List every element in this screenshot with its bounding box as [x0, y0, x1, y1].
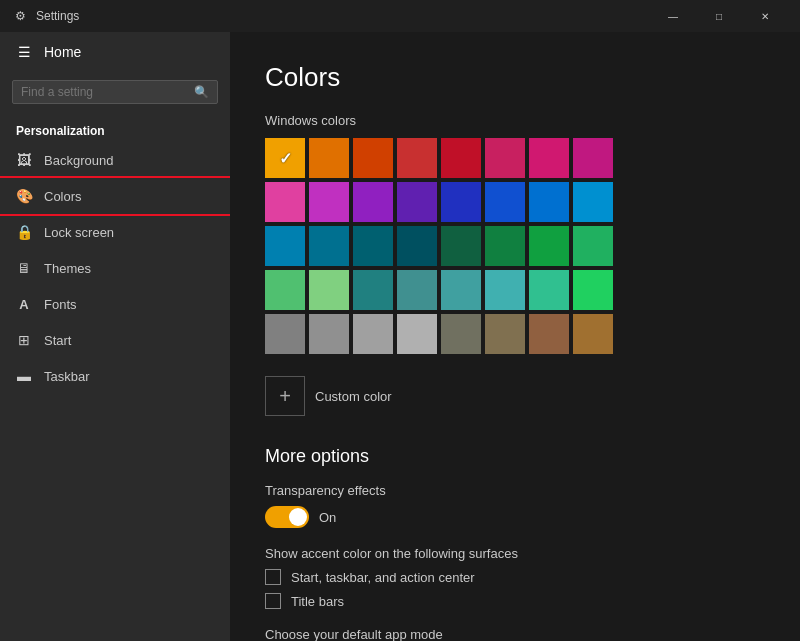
- home-icon: ☰: [16, 44, 32, 60]
- page-title: Colors: [265, 62, 765, 93]
- title-bar: ⚙ Settings — □ ✕: [0, 0, 800, 32]
- close-button[interactable]: ✕: [742, 0, 788, 32]
- sidebar-item-label: Start: [44, 333, 71, 348]
- sidebar-item-label: Lock screen: [44, 225, 114, 240]
- color-swatch[interactable]: [397, 314, 437, 354]
- transparency-toggle-row: On: [265, 506, 765, 528]
- color-swatch[interactable]: [265, 314, 305, 354]
- color-swatch[interactable]: [529, 314, 569, 354]
- color-swatch[interactable]: [397, 270, 437, 310]
- color-swatch[interactable]: [397, 138, 437, 178]
- color-swatch[interactable]: [353, 226, 393, 266]
- sidebar-home[interactable]: ☰ Home: [0, 32, 230, 72]
- sidebar-item-label: Fonts: [44, 297, 77, 312]
- color-swatch[interactable]: [353, 270, 393, 310]
- sidebar-item-fonts[interactable]: A Fonts: [0, 286, 230, 322]
- transparency-label: Transparency effects: [265, 483, 765, 498]
- lockscreen-icon: 🔒: [16, 224, 32, 240]
- sidebar-item-colors[interactable]: 🎨 Colors: [0, 178, 230, 214]
- checkbox-title-bars[interactable]: Title bars: [265, 593, 765, 609]
- sidebar-item-taskbar[interactable]: ▬ Taskbar: [0, 358, 230, 394]
- plus-icon: +: [265, 376, 305, 416]
- colors-icon: 🎨: [16, 188, 32, 204]
- color-swatch[interactable]: [353, 182, 393, 222]
- sidebar-item-background[interactable]: 🖼 Background: [0, 142, 230, 178]
- color-swatch[interactable]: [573, 138, 613, 178]
- windows-colors-label: Windows colors: [265, 113, 765, 128]
- app-mode-label: Choose your default app mode: [265, 627, 765, 641]
- start-icon: ⊞: [16, 332, 32, 348]
- custom-color-button[interactable]: + Custom color: [265, 370, 765, 422]
- start-taskbar-label: Start, taskbar, and action center: [291, 570, 475, 585]
- fonts-icon: A: [16, 296, 32, 312]
- color-grid: [265, 138, 765, 354]
- color-swatch[interactable]: [485, 314, 525, 354]
- color-swatch[interactable]: [441, 314, 481, 354]
- app-mode-option: Choose your default app mode Light Dark: [265, 627, 765, 641]
- color-swatch[interactable]: [573, 226, 613, 266]
- sidebar-home-label: Home: [44, 44, 81, 60]
- color-swatch[interactable]: [265, 138, 305, 178]
- color-swatch[interactable]: [485, 182, 525, 222]
- accent-surface-option: Show accent color on the following surfa…: [265, 546, 765, 609]
- color-swatch[interactable]: [573, 314, 613, 354]
- color-swatch[interactable]: [309, 314, 349, 354]
- color-swatch[interactable]: [265, 270, 305, 310]
- content-area: Colors Windows colors + Custom color Mor…: [230, 32, 800, 641]
- color-swatch[interactable]: [309, 270, 349, 310]
- color-swatch[interactable]: [485, 270, 525, 310]
- sidebar-section-label: Personalization: [0, 112, 230, 142]
- sidebar: ☰ Home 🔍 Personalization 🖼 Background 🎨 …: [0, 32, 230, 641]
- minimize-button[interactable]: —: [650, 0, 696, 32]
- sidebar-item-label: Taskbar: [44, 369, 90, 384]
- sidebar-item-label: Colors: [44, 189, 82, 204]
- start-taskbar-checkbox[interactable]: [265, 569, 281, 585]
- transparency-toggle[interactable]: [265, 506, 309, 528]
- color-swatch[interactable]: [309, 182, 349, 222]
- accent-surface-label: Show accent color on the following surfa…: [265, 546, 765, 561]
- sidebar-item-label: Background: [44, 153, 113, 168]
- transparency-on-text: On: [319, 510, 336, 525]
- color-swatch[interactable]: [353, 138, 393, 178]
- app-container: ☰ Home 🔍 Personalization 🖼 Background 🎨 …: [0, 32, 800, 641]
- title-bars-label: Title bars: [291, 594, 344, 609]
- color-swatch[interactable]: [441, 138, 481, 178]
- sidebar-item-label: Themes: [44, 261, 91, 276]
- color-swatch[interactable]: [573, 270, 613, 310]
- color-swatch[interactable]: [529, 270, 569, 310]
- checkbox-start-taskbar[interactable]: Start, taskbar, and action center: [265, 569, 765, 585]
- themes-icon: 🖥: [16, 260, 32, 276]
- sidebar-item-lockscreen[interactable]: 🔒 Lock screen: [0, 214, 230, 250]
- color-swatch[interactable]: [573, 182, 613, 222]
- sidebar-item-themes[interactable]: 🖥 Themes: [0, 250, 230, 286]
- custom-color-label: Custom color: [315, 389, 392, 404]
- color-swatch[interactable]: [441, 226, 481, 266]
- settings-icon: ⚙: [12, 8, 28, 24]
- maximize-button[interactable]: □: [696, 0, 742, 32]
- color-swatch[interactable]: [529, 226, 569, 266]
- color-swatch[interactable]: [441, 182, 481, 222]
- title-bar-text: Settings: [36, 9, 79, 23]
- taskbar-icon: ▬: [16, 368, 32, 384]
- color-swatch[interactable]: [529, 138, 569, 178]
- color-swatch[interactable]: [265, 226, 305, 266]
- color-swatch[interactable]: [309, 226, 349, 266]
- toggle-knob: [289, 508, 307, 526]
- color-swatch[interactable]: [265, 182, 305, 222]
- color-swatch[interactable]: [397, 226, 437, 266]
- title-bar-buttons: — □ ✕: [650, 0, 788, 32]
- color-swatch[interactable]: [485, 138, 525, 178]
- sidebar-item-start[interactable]: ⊞ Start: [0, 322, 230, 358]
- color-swatch[interactable]: [485, 226, 525, 266]
- color-swatch[interactable]: [529, 182, 569, 222]
- title-bars-checkbox[interactable]: [265, 593, 281, 609]
- color-swatch[interactable]: [441, 270, 481, 310]
- more-options-title: More options: [265, 446, 765, 467]
- search-box[interactable]: 🔍: [12, 80, 218, 104]
- color-swatch[interactable]: [397, 182, 437, 222]
- color-swatch[interactable]: [353, 314, 393, 354]
- search-input[interactable]: [21, 85, 188, 99]
- transparency-option: Transparency effects On: [265, 483, 765, 528]
- color-swatch[interactable]: [309, 138, 349, 178]
- background-icon: 🖼: [16, 152, 32, 168]
